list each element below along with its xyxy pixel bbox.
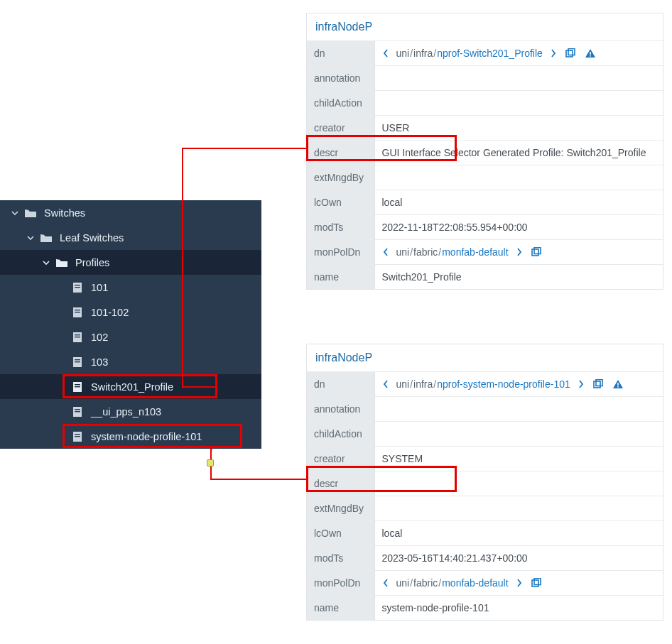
svg-rect-2 bbox=[75, 287, 80, 288]
chevron-left-icon[interactable] bbox=[382, 48, 389, 58]
tree-label: 103 bbox=[91, 356, 108, 368]
svg-rect-4 bbox=[75, 310, 80, 310]
copy-icon[interactable] bbox=[564, 48, 577, 59]
prop-value bbox=[374, 471, 663, 496]
prop-key: childAction bbox=[307, 91, 374, 116]
document-icon bbox=[71, 307, 84, 317]
svg-rect-16 bbox=[75, 409, 80, 410]
svg-rect-20 bbox=[75, 436, 80, 437]
document-icon bbox=[71, 407, 84, 417]
tree-item-profiles[interactable]: Profiles bbox=[0, 250, 261, 275]
tree-item-profile[interactable]: 102 bbox=[0, 324, 261, 349]
prop-key: lcOwn bbox=[307, 521, 374, 546]
chevron-right-icon[interactable] bbox=[550, 48, 557, 58]
tree-label: Switch201_Profile bbox=[91, 381, 173, 393]
copy-icon[interactable] bbox=[530, 246, 543, 258]
tree-label: 101 bbox=[91, 282, 108, 293]
tree-label: Profiles bbox=[75, 257, 109, 268]
properties-table: dn uni/infra/nprof-Switch201_Profile ann… bbox=[307, 40, 663, 289]
dn-path[interactable]: uni/fabric/monfab-default bbox=[396, 246, 509, 258]
svg-rect-10 bbox=[75, 359, 80, 360]
prop-key: extMngdBy bbox=[307, 165, 374, 190]
copy-icon[interactable] bbox=[592, 378, 605, 390]
prop-key: annotation bbox=[307, 397, 374, 422]
svg-rect-19 bbox=[75, 434, 80, 435]
document-icon bbox=[71, 283, 84, 293]
svg-rect-1 bbox=[75, 285, 80, 285]
dn-path[interactable]: uni/infra/nprof-Switch201_Profile bbox=[396, 48, 543, 59]
dn-value: uni/infra/nprof-system-node-profile-101 bbox=[382, 378, 656, 390]
prop-value bbox=[374, 397, 663, 422]
annotation-connector-node bbox=[207, 459, 214, 466]
chevron-down-icon bbox=[26, 233, 36, 243]
prop-key: dn bbox=[307, 41, 374, 66]
tree-label: 102 bbox=[91, 332, 108, 343]
prop-value bbox=[374, 66, 663, 91]
dn-path[interactable]: uni/fabric/monfab-default bbox=[396, 577, 509, 589]
prop-key: monPolDn bbox=[307, 571, 374, 596]
prop-value: 2023-05-16T14:40:21.437+00:00 bbox=[374, 546, 663, 571]
document-icon bbox=[71, 332, 84, 342]
prop-key: creator bbox=[307, 447, 374, 471]
svg-rect-30 bbox=[617, 386, 619, 388]
prop-value bbox=[374, 422, 663, 447]
prop-key: monPolDn bbox=[307, 240, 374, 265]
chevron-right-icon[interactable] bbox=[516, 247, 523, 257]
tree-item-profile[interactable]: 103 bbox=[0, 349, 261, 374]
svg-rect-5 bbox=[75, 312, 80, 312]
prop-key: modTs bbox=[307, 546, 374, 571]
annotation-connector bbox=[210, 448, 212, 479]
prop-key: childAction bbox=[307, 422, 374, 447]
tree-item-profile-system-node-101[interactable]: system-node-profile-101 bbox=[0, 424, 261, 449]
svg-rect-28 bbox=[596, 380, 602, 386]
chevron-left-icon[interactable] bbox=[382, 379, 389, 389]
prop-value-creator: SYSTEM bbox=[374, 447, 663, 471]
prop-key: extMngdBy bbox=[307, 496, 374, 521]
prop-key: lcOwn bbox=[307, 190, 374, 215]
chevron-left-icon[interactable] bbox=[382, 578, 389, 588]
svg-rect-22 bbox=[568, 49, 575, 55]
document-icon bbox=[71, 432, 84, 442]
tree-item-profile[interactable]: __ui_pps_n103 bbox=[0, 399, 261, 424]
prop-key: dn bbox=[307, 372, 374, 397]
tree-item-profile[interactable]: 101-102 bbox=[0, 300, 261, 324]
tree-label: system-node-profile-101 bbox=[91, 431, 202, 442]
properties-table: dn uni/infra/nprof-system-node-profile-1… bbox=[307, 371, 663, 620]
prop-value-creator: USER bbox=[374, 116, 663, 141]
svg-rect-29 bbox=[617, 383, 619, 386]
folder-icon bbox=[40, 233, 53, 243]
tree-label: 101-102 bbox=[91, 307, 129, 318]
svg-rect-8 bbox=[75, 337, 80, 337]
prop-key: name bbox=[307, 265, 374, 290]
warning-icon[interactable] bbox=[612, 378, 624, 390]
prop-key: creator bbox=[307, 116, 374, 141]
tree-item-switches[interactable]: Switches bbox=[0, 200, 261, 225]
annotation-connector bbox=[182, 148, 307, 149]
svg-rect-24 bbox=[590, 55, 591, 57]
prop-key: descr bbox=[307, 471, 374, 496]
chevron-right-icon[interactable] bbox=[516, 578, 523, 588]
prop-value: GUI Interface Selector Generated Profile… bbox=[374, 141, 663, 165]
prop-value bbox=[374, 91, 663, 116]
tree-item-profile[interactable]: 101 bbox=[0, 275, 261, 300]
chevron-right-icon[interactable] bbox=[578, 379, 585, 389]
folder-icon bbox=[24, 208, 37, 218]
svg-rect-11 bbox=[75, 361, 80, 362]
copy-icon[interactable] bbox=[530, 577, 543, 589]
annotation-connector bbox=[210, 479, 307, 480]
tree-label: Switches bbox=[44, 207, 85, 219]
warning-icon[interactable] bbox=[584, 48, 597, 59]
chevron-left-icon[interactable] bbox=[382, 247, 389, 257]
tree-item-profile-switch201[interactable]: Switch201_Profile bbox=[0, 374, 261, 399]
chevron-down-icon bbox=[41, 258, 51, 268]
monpoldn-value: uni/fabric/monfab-default bbox=[382, 577, 656, 589]
svg-rect-26 bbox=[534, 248, 541, 254]
tree-item-leaf-switches[interactable]: Leaf Switches bbox=[0, 225, 261, 250]
prop-value bbox=[374, 165, 663, 190]
dn-path[interactable]: uni/infra/nprof-system-node-profile-101 bbox=[396, 378, 570, 390]
svg-rect-21 bbox=[566, 50, 573, 57]
svg-rect-31 bbox=[532, 580, 538, 586]
chevron-down-icon bbox=[10, 208, 20, 218]
svg-rect-27 bbox=[594, 381, 600, 388]
monpoldn-value: uni/fabric/monfab-default bbox=[382, 246, 656, 258]
